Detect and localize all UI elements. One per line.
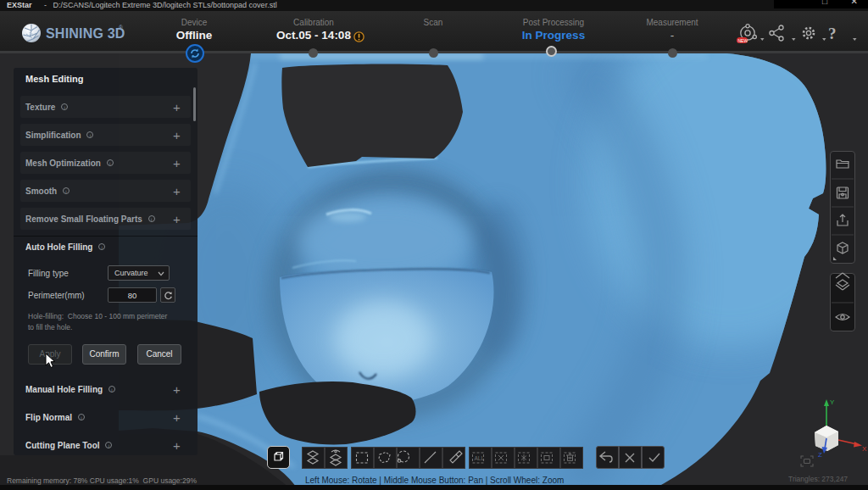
svg-text:Z: Z bbox=[818, 451, 822, 459]
svg-text:X: X bbox=[862, 445, 867, 453]
svg-text:SHINING 3D: SHINING 3D bbox=[46, 26, 125, 41]
svg-text:NEW: NEW bbox=[738, 38, 748, 43]
svg-text:®: ® bbox=[119, 25, 123, 31]
svg-text:ALL: ALL bbox=[475, 455, 485, 461]
svg-text:Y: Y bbox=[830, 398, 835, 406]
svg-text:?: ? bbox=[828, 25, 837, 42]
